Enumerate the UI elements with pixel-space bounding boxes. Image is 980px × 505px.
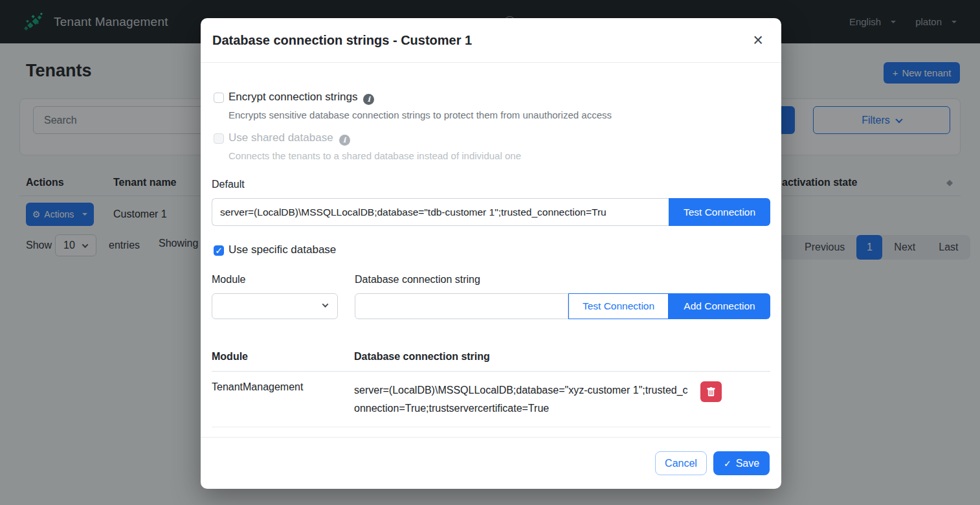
cancel-button[interactable]: Cancel [655, 451, 707, 475]
default-connection-group: Test Connection [212, 198, 770, 226]
default-connection-input[interactable] [212, 198, 669, 226]
encrypt-strings-group: Encrypt connection stringsi Encrypts sen… [212, 91, 770, 120]
chevron-down-icon [322, 301, 329, 308]
info-icon: i [339, 135, 350, 146]
connection-string-cell: server=(LocalDB)\MSSQLLocalDB;database="… [354, 381, 691, 418]
check-icon: ✓ [215, 245, 223, 256]
connection-string-input[interactable] [355, 293, 568, 319]
encrypt-strings-checkbox[interactable] [214, 93, 224, 103]
connection-column: Database connection string Test Connecti… [355, 274, 770, 319]
specific-database-checkbox[interactable]: ✓ [214, 245, 224, 256]
modal-body: Encrypt connection stringsi Encrypts sen… [201, 63, 781, 437]
shared-database-checkbox [214, 133, 224, 144]
save-button[interactable]: ✓ Save [713, 451, 770, 475]
test-connection-button[interactable]: Test Connection [669, 198, 770, 226]
modal-header: Database connection strings - Customer 1… [201, 18, 781, 63]
table-row: TenantManagement server=(LocalDB)\MSSQLL… [212, 372, 770, 427]
test-connection-button[interactable]: Test Connection [568, 293, 669, 319]
module-cell: TenantManagement [212, 381, 354, 393]
specific-database-group: ✓ Use specific database [212, 243, 770, 256]
shared-database-label: Use shared database [228, 131, 333, 144]
module-label: Module [212, 274, 338, 286]
shared-database-group: Use shared databasei Connects the tenant… [212, 131, 770, 161]
module-select[interactable] [212, 293, 338, 319]
check-icon: ✓ [724, 458, 731, 469]
module-column: Module [212, 274, 338, 319]
modal-footer: Cancel ✓ Save [201, 437, 781, 489]
connection-string-label: Database connection string [355, 274, 770, 286]
specific-database-label[interactable]: Use specific database [228, 243, 336, 256]
connection-strings-modal: Database connection strings - Customer 1… [201, 18, 781, 489]
table-header-row: Module Database connection string [212, 351, 770, 372]
column-header-connection-string: Database connection string [354, 351, 490, 363]
save-label: Save [736, 458, 759, 469]
tenant-management-screen: Tenant Management ⚙ Administration ? Doc… [0, 0, 980, 505]
module-connections-table: Module Database connection string Tenant… [212, 351, 770, 427]
encrypt-strings-label[interactable]: Encrypt connection strings [228, 91, 357, 103]
shared-database-help: Connects the tenants to a shared databas… [228, 150, 770, 161]
info-icon[interactable]: i [363, 94, 374, 105]
column-header-module: Module [212, 351, 354, 363]
default-connection-label: Default [212, 179, 770, 190]
delete-connection-button[interactable] [700, 381, 722, 402]
encrypt-strings-help: Encrypts sensitive database connection s… [228, 109, 770, 120]
trash-icon [706, 387, 716, 397]
close-icon[interactable]: × [753, 32, 763, 49]
modal-title: Database connection strings - Customer 1 [212, 33, 472, 48]
connection-input-group: Test Connection Add Connection [355, 293, 770, 319]
module-connection-form: Module Database connection string Test C… [212, 274, 770, 319]
add-connection-button[interactable]: Add Connection [669, 293, 770, 319]
